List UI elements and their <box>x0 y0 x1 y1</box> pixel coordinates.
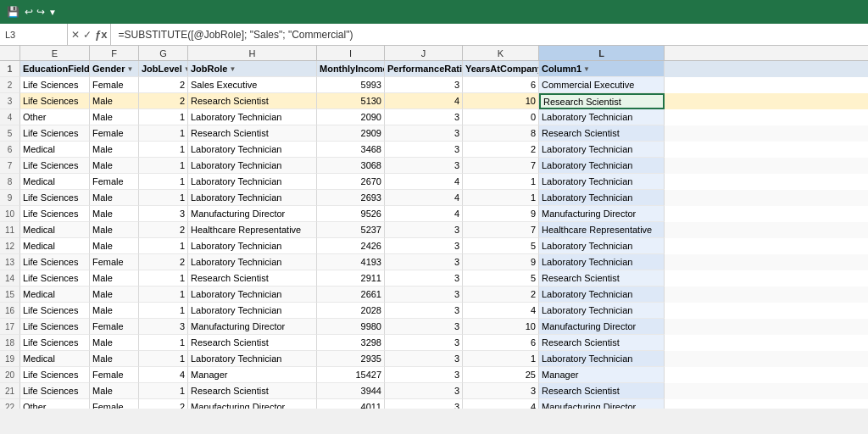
table-row[interactable]: 7 Life Sciences Male 1 Laboratory Techni… <box>0 158 868 174</box>
cell-performance-rating[interactable]: 3 <box>385 254 463 270</box>
cell-monthly-income[interactable]: 15427 <box>317 367 385 383</box>
table-row[interactable]: 16 Life Sciences Male 1 Laboratory Techn… <box>0 303 868 319</box>
cell-column1[interactable]: Research Scientist <box>539 270 665 287</box>
cell-monthly-income[interactable]: 3068 <box>317 158 385 174</box>
cell-column1[interactable]: Laboratory Technician <box>539 109 665 125</box>
cell-job-role[interactable]: Research Scientist <box>188 93 317 109</box>
table-row[interactable]: 10 Life Sciences Male 3 Manufacturing Di… <box>0 206 868 222</box>
col-letter-g[interactable]: G <box>139 46 188 60</box>
cell-job-role[interactable]: Laboratory Technician <box>188 109 317 125</box>
cell-gender[interactable]: Female <box>90 174 139 190</box>
cell-monthly-income[interactable]: 3468 <box>317 142 385 158</box>
cell-years-at-company[interactable]: 10 <box>463 93 539 109</box>
cell-gender[interactable]: Male <box>90 190 139 206</box>
cell-job-level[interactable]: 1 <box>139 109 188 125</box>
table-row[interactable]: 4 Other Male 1 Laboratory Technician 209… <box>0 109 868 125</box>
table-row[interactable]: 22 Other Female 2 Manufacturing Director… <box>0 399 868 409</box>
cell-job-level[interactable]: 1 <box>139 174 188 190</box>
cell-monthly-income[interactable]: 2911 <box>317 270 385 287</box>
save-icon[interactable]: 💾 <box>7 6 19 18</box>
cell-job-role[interactable]: Laboratory Technician <box>188 142 317 158</box>
cell-education-field[interactable]: Life Sciences <box>20 335 90 351</box>
cell-years-at-company[interactable]: 5 <box>463 270 539 287</box>
cell-education-field[interactable]: Life Sciences <box>20 303 90 319</box>
cell-performance-rating[interactable]: 3 <box>385 319 463 335</box>
cell-gender[interactable]: Male <box>90 158 139 174</box>
cell-column1[interactable]: Research Scientist <box>539 93 665 109</box>
table-row[interactable]: 11 Medical Male 2 Healthcare Representat… <box>0 222 868 238</box>
cell-gender[interactable]: Male <box>90 206 139 222</box>
cell-column1[interactable]: Manufacturing Director <box>539 206 665 222</box>
cell-column1[interactable]: Research Scientist <box>539 335 665 351</box>
cell-years-at-company[interactable]: 2 <box>463 142 539 158</box>
cell-column1[interactable]: Laboratory Technician <box>539 287 665 303</box>
cell-monthly-income[interactable]: 2909 <box>317 125 385 142</box>
cell-gender[interactable]: Male <box>90 383 139 399</box>
cell-monthly-income[interactable]: 9526 <box>317 206 385 222</box>
cell-years-at-company[interactable]: 1 <box>463 351 539 367</box>
cell-monthly-income[interactable]: 5130 <box>317 93 385 109</box>
cell-column1[interactable]: Laboratory Technician <box>539 303 665 319</box>
table-row[interactable]: 17 Life Sciences Female 3 Manufacturing … <box>0 319 868 335</box>
header-years-at-company[interactable]: YearsAtCompany▼ <box>463 61 539 77</box>
col-letter-k[interactable]: K <box>463 46 539 60</box>
header-education-field[interactable]: EducationField▼ <box>20 61 90 77</box>
cell-years-at-company[interactable]: 5 <box>463 238 539 254</box>
cell-job-role[interactable]: Research Scientist <box>188 270 317 287</box>
col-letter-e[interactable]: E <box>20 46 90 60</box>
cell-job-role[interactable]: Laboratory Technician <box>188 287 317 303</box>
table-row[interactable]: 3 Life Sciences Male 2 Research Scientis… <box>0 93 868 109</box>
table-row[interactable]: 14 Life Sciences Male 1 Research Scienti… <box>0 270 868 287</box>
cell-education-field[interactable]: Life Sciences <box>20 367 90 383</box>
col-letter-j[interactable]: J <box>385 46 463 60</box>
cell-years-at-company[interactable]: 10 <box>463 319 539 335</box>
cell-performance-rating[interactable]: 3 <box>385 383 463 399</box>
cell-gender[interactable]: Male <box>90 303 139 319</box>
cell-column1[interactable]: Laboratory Technician <box>539 158 665 174</box>
cell-gender[interactable]: Male <box>90 287 139 303</box>
cell-job-level[interactable]: 1 <box>139 270 188 287</box>
confirm-formula-icon[interactable]: ✓ <box>83 29 92 41</box>
cell-years-at-company[interactable]: 9 <box>463 254 539 270</box>
header-column1[interactable]: Column1▼ <box>539 61 665 77</box>
undo-icon[interactable]: ↩ <box>25 6 33 18</box>
cell-column1[interactable]: Research Scientist <box>539 383 665 399</box>
cell-job-role[interactable]: Healthcare Representative <box>188 222 317 238</box>
cell-education-field[interactable]: Life Sciences <box>20 270 90 287</box>
cell-job-level[interactable]: 3 <box>139 206 188 222</box>
cell-job-role[interactable]: Laboratory Technician <box>188 158 317 174</box>
cell-job-role[interactable]: Manufacturing Director <box>188 319 317 335</box>
cell-column1[interactable]: Manager <box>539 367 665 383</box>
table-row[interactable]: 18 Life Sciences Male 1 Research Scienti… <box>0 335 868 351</box>
table-row[interactable]: 20 Life Sciences Female 4 Manager 15427 … <box>0 367 868 383</box>
cell-education-field[interactable]: Medical <box>20 351 90 367</box>
cell-performance-rating[interactable]: 3 <box>385 125 463 142</box>
cell-job-level[interactable]: 1 <box>139 287 188 303</box>
cell-years-at-company[interactable]: 25 <box>463 367 539 383</box>
cell-education-field[interactable]: Life Sciences <box>20 254 90 270</box>
cell-column1[interactable]: Laboratory Technician <box>539 254 665 270</box>
header-gender[interactable]: Gender▼ <box>90 61 139 77</box>
cell-gender[interactable]: Male <box>90 93 139 109</box>
cell-column1[interactable]: Commercial Executive <box>539 77 665 93</box>
cell-column1[interactable]: Laboratory Technician <box>539 174 665 190</box>
cell-education-field[interactable]: Life Sciences <box>20 77 90 93</box>
table-row[interactable]: 15 Medical Male 1 Laboratory Technician … <box>0 287 868 303</box>
cell-job-level[interactable]: 1 <box>139 335 188 351</box>
cell-performance-rating[interactable]: 3 <box>385 303 463 319</box>
cell-education-field[interactable]: Life Sciences <box>20 158 90 174</box>
cell-column1[interactable]: Laboratory Technician <box>539 190 665 206</box>
cell-monthly-income[interactable]: 2935 <box>317 351 385 367</box>
cell-gender[interactable]: Male <box>90 222 139 238</box>
cell-job-level[interactable]: 4 <box>139 367 188 383</box>
table-row[interactable]: 6 Medical Male 1 Laboratory Technician 3… <box>0 142 868 158</box>
cell-monthly-income[interactable]: 2028 <box>317 303 385 319</box>
cell-job-level[interactable]: 1 <box>139 158 188 174</box>
cell-gender[interactable]: Female <box>90 125 139 142</box>
cell-job-level[interactable]: 1 <box>139 303 188 319</box>
cell-job-role[interactable]: Research Scientist <box>188 125 317 142</box>
cell-column1[interactable]: Research Scientist <box>539 125 665 142</box>
cell-years-at-company[interactable]: 3 <box>463 383 539 399</box>
cell-job-role[interactable]: Manager <box>188 367 317 383</box>
cell-monthly-income[interactable]: 2090 <box>317 109 385 125</box>
